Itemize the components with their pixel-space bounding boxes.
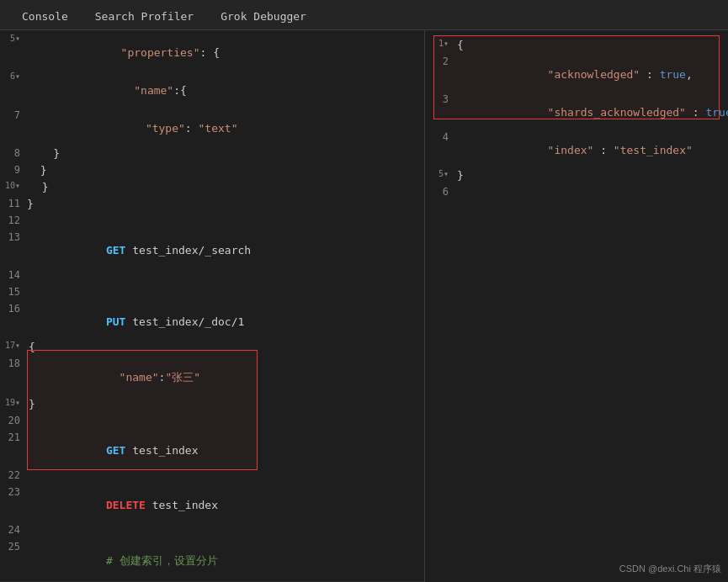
output-line-4: 4 "index" : "test_index" <box>428 131 725 169</box>
line-20: 20 <box>0 415 424 431</box>
line-7: 7 "type": "text" <box>0 109 424 147</box>
fold-17[interactable]: 17▾ <box>3 341 27 350</box>
watermark: CSDN @dexi.Chi 程序猿 <box>619 563 721 575</box>
line-9: 9 } <box>0 164 424 181</box>
linenum-7: 7 <box>3 109 27 121</box>
left-panel: 5▾ "properties": { 6▾ "name":{ 7 <box>0 30 425 582</box>
line-16: 16 PUT test_index/_doc/1 <box>0 303 424 341</box>
output-linenum-2: 2 <box>432 56 455 67</box>
output-line-6: 6 <box>428 186 725 203</box>
editor-area[interactable]: 5▾ "properties": { 6▾ "name":{ 7 <box>0 30 424 582</box>
linenum-20: 20 <box>3 415 27 426</box>
output-linenum-3: 3 <box>432 93 455 105</box>
line-22: 22 <box>0 469 424 486</box>
linenum-15: 15 <box>3 286 27 298</box>
output-linenum-4: 4 <box>432 131 455 143</box>
line-5: 5▾ "properties": { <box>0 34 424 71</box>
line-25: 25 # 创建索引，设置分片 <box>0 541 424 581</box>
line-21: 21 GET test_index <box>0 431 424 469</box>
line-12: 12 <box>0 214 424 231</box>
output-fold-5[interactable]: 5▾ <box>432 169 455 178</box>
fold-5[interactable]: 5▾ <box>3 34 27 43</box>
line-15: 15 <box>0 286 424 303</box>
main-layout: 5▾ "properties": { 6▾ "name":{ 7 <box>0 30 728 582</box>
fold-19[interactable]: 19▾ <box>3 398 27 407</box>
output-line-3: 3 "shards_acknowledged" : true, <box>428 93 725 131</box>
tab-grok-debugger[interactable]: Grok Debugger <box>207 5 320 29</box>
line-13: 13 GET test_index/_search <box>0 231 424 269</box>
output-linenum-6: 6 <box>432 186 455 198</box>
output-line-5: 5▾ } <box>428 169 725 186</box>
line-18: 18 "name":"张三" <box>0 357 424 398</box>
linenum-12: 12 <box>3 214 27 226</box>
linenum-8: 8 <box>3 147 27 159</box>
line-14: 14 <box>0 269 424 286</box>
fold-10[interactable]: 10▾ <box>3 181 27 190</box>
linenum-16: 16 <box>3 303 27 315</box>
app-container: Console Search Profiler Grok Debugger 5▾… <box>0 0 728 582</box>
right-panel: 1▾ { 2 "acknowledged" : true, 3 "shards_… <box>425 30 728 582</box>
line-19: 19▾ } <box>0 398 424 415</box>
line-24: 24 <box>0 524 424 541</box>
linenum-14: 14 <box>3 269 27 281</box>
fold-6[interactable]: 6▾ <box>3 71 27 81</box>
output-area[interactable]: 1▾ { 2 "acknowledged" : true, 3 "shards_… <box>425 30 728 582</box>
line-11: 11 } <box>0 198 424 214</box>
linenum-22: 22 <box>3 469 27 481</box>
linenum-18: 18 <box>3 357 27 369</box>
linenum-21: 21 <box>3 431 27 443</box>
line-10: 10▾ } <box>0 181 424 198</box>
line-17: 17▾ { <box>0 341 424 357</box>
output-fold-1[interactable]: 1▾ <box>432 39 455 48</box>
linenum-24: 24 <box>3 524 27 536</box>
linenum-9: 9 <box>3 164 27 176</box>
output-line-2: 2 "acknowledged" : true, <box>428 56 725 93</box>
tab-console[interactable]: Console <box>8 5 82 29</box>
linenum-23: 23 <box>3 486 27 498</box>
linenum-25: 25 <box>3 541 27 553</box>
line-6: 6▾ "name":{ <box>0 71 424 109</box>
line-8: 8 } <box>0 147 424 164</box>
output-line-1: 1▾ { <box>428 39 725 56</box>
linenum-11: 11 <box>3 198 27 209</box>
tab-search-profiler[interactable]: Search Profiler <box>82 5 207 29</box>
tab-bar: Console Search Profiler Grok Debugger <box>0 0 728 30</box>
line-23: 23 DELETE test_index <box>0 486 424 524</box>
linenum-13: 13 <box>3 231 27 243</box>
